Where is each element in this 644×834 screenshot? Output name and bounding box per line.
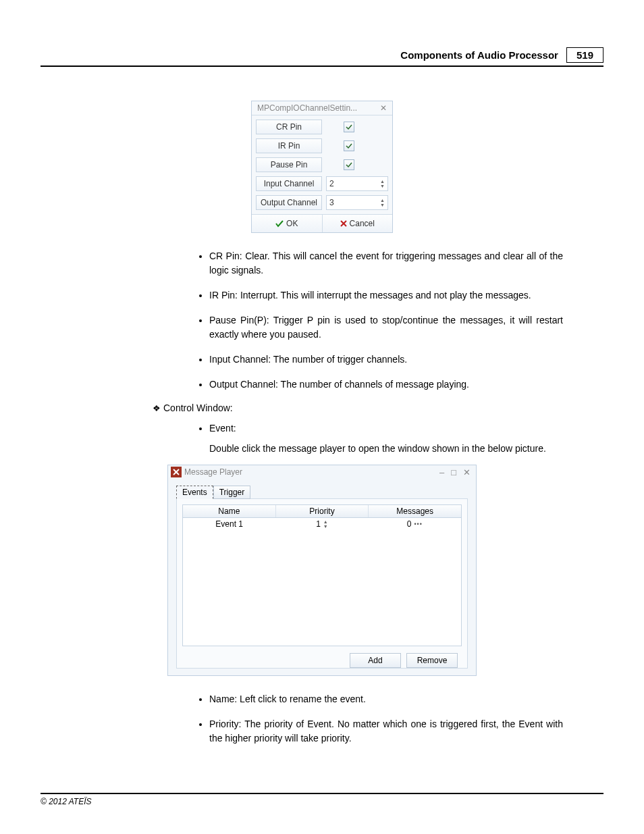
cancel-label: Cancel bbox=[350, 219, 375, 228]
pause-pin-button[interactable]: Pause Pin bbox=[256, 157, 322, 172]
input-channel-spinner[interactable]: 2 ▲▼ bbox=[326, 176, 388, 191]
x-icon bbox=[340, 220, 347, 227]
tab-trigger[interactable]: Trigger bbox=[213, 486, 251, 499]
ok-label: OK bbox=[286, 219, 298, 228]
check-icon bbox=[346, 161, 352, 168]
tab-bar: Events Trigger bbox=[176, 486, 476, 499]
page-number: 519 bbox=[566, 47, 603, 63]
dialog-title-text: MPCompIOChannelSettin... bbox=[257, 103, 357, 113]
event-field-list: Name: Left click to rename the event. Pr… bbox=[41, 692, 603, 746]
minimize-icon[interactable]: – bbox=[439, 467, 444, 477]
list-item: Output Channel: The number of channels o… bbox=[209, 377, 563, 392]
control-window-label: Control Window: bbox=[163, 402, 233, 413]
cell-messages[interactable]: 0 ••• bbox=[369, 518, 461, 530]
list-item: Priority: The priority of Event. No matt… bbox=[209, 717, 563, 746]
header-section-title: Components of Audio Processor bbox=[400, 49, 558, 61]
events-table: Name Priority Messages Event 1 1 ▲▼ 0 ••… bbox=[182, 504, 462, 646]
list-item: Pause Pin(P): Trigger P pin is used to s… bbox=[209, 313, 563, 342]
input-channel-label: Input Channel bbox=[256, 176, 322, 191]
remove-button[interactable]: Remove bbox=[406, 653, 458, 668]
add-button[interactable]: Add bbox=[350, 653, 401, 668]
close-icon[interactable]: ✕ bbox=[463, 467, 471, 477]
ok-button[interactable]: OK bbox=[252, 215, 322, 232]
ir-pin-checkbox[interactable] bbox=[344, 140, 354, 151]
spinner-arrows-icon[interactable]: ▲▼ bbox=[380, 179, 385, 188]
ir-pin-button[interactable]: IR Pin bbox=[256, 138, 322, 153]
pause-pin-checkbox[interactable] bbox=[344, 159, 354, 170]
check-icon bbox=[346, 142, 352, 149]
list-item: CR Pin: Clear. This will cancel the even… bbox=[209, 249, 563, 278]
dialog-title-text: Message Player bbox=[184, 467, 242, 477]
output-channel-label: Output Channel bbox=[256, 195, 322, 210]
cr-pin-button[interactable]: CR Pin bbox=[256, 120, 322, 134]
page-footer: © 2012 ATEÏS bbox=[41, 793, 603, 806]
close-icon[interactable]: ✕ bbox=[380, 103, 387, 113]
check-icon bbox=[346, 124, 352, 130]
app-icon bbox=[171, 467, 182, 477]
pin-description-list: CR Pin: Clear. This will cancel the even… bbox=[41, 249, 603, 392]
cancel-button[interactable]: Cancel bbox=[322, 215, 393, 232]
cell-name[interactable]: Event 1 bbox=[183, 518, 275, 530]
dialog-titlebar: Message Player – □ ✕ bbox=[168, 465, 476, 479]
list-item: Input Channel: The number of trigger cha… bbox=[209, 353, 563, 367]
spinner-arrows-icon[interactable]: ▲▼ bbox=[323, 519, 328, 529]
cr-pin-checkbox[interactable] bbox=[344, 122, 354, 132]
dialog-titlebar: MPCompIOChannelSettin... ✕ bbox=[252, 101, 392, 115]
col-messages: Messages bbox=[369, 505, 461, 517]
col-priority: Priority bbox=[276, 505, 369, 517]
control-window-heading: ❖Control Window: bbox=[153, 402, 603, 413]
io-channel-settings-dialog: MPCompIOChannelSettin... ✕ CR Pin IR Pin bbox=[251, 101, 393, 233]
input-channel-value: 2 bbox=[329, 179, 334, 188]
priority-value: 1 bbox=[316, 519, 321, 529]
diamond-icon: ❖ bbox=[153, 403, 161, 413]
col-name: Name bbox=[183, 505, 276, 517]
list-item: IR Pin: Interrupt. This will interrupt t… bbox=[209, 288, 563, 303]
event-bullet: Event: bbox=[209, 423, 603, 434]
messages-value: 0 bbox=[407, 519, 412, 529]
tab-events[interactable]: Events bbox=[176, 486, 213, 499]
ellipsis-icon[interactable]: ••• bbox=[414, 521, 422, 527]
event-description: Double click the message player to open … bbox=[209, 443, 603, 454]
maximize-icon[interactable]: □ bbox=[451, 467, 456, 477]
output-channel-value: 3 bbox=[329, 198, 334, 207]
message-player-dialog: Message Player – □ ✕ Events Trigger Name… bbox=[167, 465, 477, 676]
output-channel-spinner[interactable]: 3 ▲▼ bbox=[326, 195, 388, 210]
table-row[interactable]: Event 1 1 ▲▼ 0 ••• bbox=[183, 518, 461, 530]
list-item: Name: Left click to rename the event. bbox=[209, 692, 563, 706]
cell-priority[interactable]: 1 ▲▼ bbox=[275, 518, 368, 530]
page-header: Components of Audio Processor 519 bbox=[41, 47, 603, 67]
event-label: Event: bbox=[209, 423, 603, 434]
spinner-arrows-icon[interactable]: ▲▼ bbox=[380, 198, 385, 207]
checkmark-icon bbox=[275, 219, 284, 228]
